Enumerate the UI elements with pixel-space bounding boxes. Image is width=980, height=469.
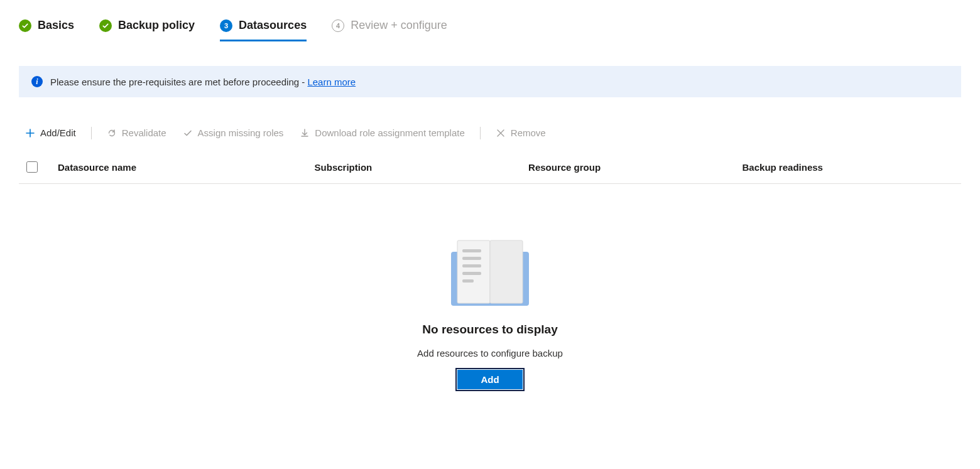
empty-state: No resources to display Add resources to…	[19, 234, 961, 389]
info-banner-message: Please ensure the pre-requisites are met…	[50, 77, 307, 87]
step-label: Basics	[38, 19, 74, 32]
column-header-resource-group[interactable]: Resource group	[528, 162, 742, 173]
info-icon: i	[31, 76, 43, 87]
column-header-name[interactable]: Datasource name	[58, 162, 315, 173]
step-basics[interactable]: Basics	[19, 19, 74, 41]
add-edit-button[interactable]: Add/Edit	[24, 125, 77, 141]
toolbar-separator	[480, 127, 481, 139]
step-number-icon: 4	[332, 19, 344, 32]
wizard-stepper: Basics Backup policy 3 Datasources 4 Rev…	[19, 19, 961, 47]
select-all-cell	[24, 159, 58, 175]
info-banner-text: Please ensure the pre-requisites are met…	[50, 77, 356, 87]
download-icon	[300, 128, 310, 138]
step-number-icon: 3	[220, 19, 232, 32]
svg-rect-7	[462, 279, 474, 283]
step-backup-policy[interactable]: Backup policy	[99, 19, 195, 41]
download-template-button: Download role assignment template	[298, 125, 466, 141]
remove-button: Remove	[494, 125, 547, 141]
step-datasources[interactable]: 3 Datasources	[220, 19, 307, 41]
svg-rect-3	[462, 249, 481, 252]
column-header-backup-readiness[interactable]: Backup readiness	[743, 162, 956, 173]
empty-state-subtitle: Add resources to configure backup	[417, 348, 563, 358]
revalidate-button: Revalidate	[106, 125, 168, 141]
step-label: Datasources	[239, 19, 307, 32]
assign-roles-button: Assign missing roles	[182, 125, 285, 141]
button-label: Revalidate	[122, 127, 166, 138]
empty-book-icon	[446, 234, 534, 311]
column-header-subscription[interactable]: Subscription	[315, 162, 528, 173]
add-button[interactable]: Add	[457, 370, 522, 389]
step-label: Backup policy	[118, 19, 195, 32]
datasources-table-header: Datasource name Subscription Resource gr…	[19, 151, 961, 184]
svg-rect-4	[462, 257, 481, 260]
step-label: Review + configure	[351, 19, 447, 32]
datasources-toolbar: Add/Edit Revalidate Assign missing roles…	[19, 122, 961, 143]
toolbar-separator	[91, 127, 92, 139]
svg-rect-5	[462, 264, 481, 267]
plus-icon	[25, 128, 35, 138]
button-label: Assign missing roles	[198, 127, 284, 138]
prerequisites-info-banner: i Please ensure the pre-requisites are m…	[19, 66, 961, 97]
step-review-configure[interactable]: 4 Review + configure	[332, 19, 447, 41]
svg-rect-6	[462, 272, 481, 275]
learn-more-link[interactable]: Learn more	[307, 77, 356, 87]
button-label: Add/Edit	[40, 127, 76, 138]
button-label: Remove	[511, 127, 546, 138]
checkmark-icon	[183, 128, 193, 138]
checkmark-icon	[99, 19, 112, 32]
close-icon	[496, 128, 506, 138]
empty-state-title: No resources to display	[422, 323, 557, 337]
select-all-checkbox[interactable]	[26, 161, 38, 173]
checkmark-icon	[19, 19, 31, 32]
svg-rect-2	[490, 240, 523, 303]
button-label: Download role assignment template	[315, 127, 464, 138]
refresh-icon	[107, 128, 117, 138]
